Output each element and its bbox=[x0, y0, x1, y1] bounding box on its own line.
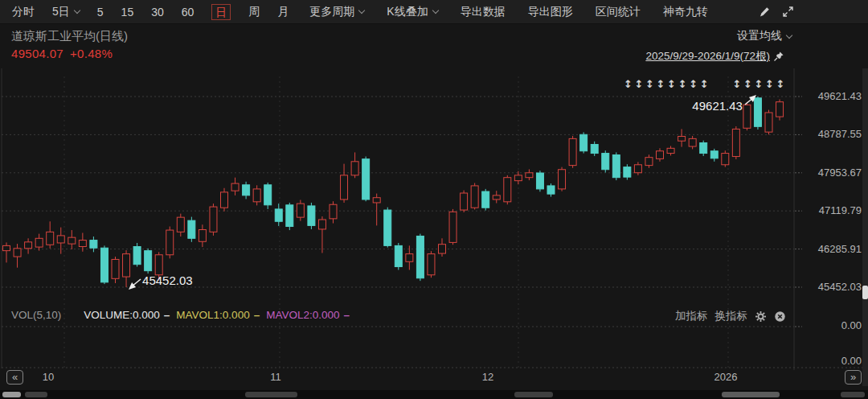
x-axis-label: 11 bbox=[250, 371, 301, 383]
svg-text:↕: ↕ bbox=[634, 78, 643, 90]
price-change-percent: +0.48% bbox=[70, 47, 113, 60]
period-15[interactable]: 15 bbox=[121, 6, 134, 19]
chevron-down-icon bbox=[786, 31, 792, 38]
period-月[interactable]: 月 bbox=[277, 5, 289, 19]
svg-text:↕: ↕ bbox=[743, 78, 752, 90]
svg-text:↕: ↕ bbox=[754, 78, 763, 90]
series-dash-marker: – bbox=[343, 309, 350, 321]
volume-y-axis-label: 0.00 bbox=[797, 319, 862, 331]
scroll-left-button[interactable]: « bbox=[6, 370, 23, 385]
menu-导出图形[interactable]: 导出图形 bbox=[528, 5, 573, 19]
period-日[interactable]: 日 bbox=[211, 4, 231, 20]
svg-text:↕: ↕ bbox=[776, 78, 785, 90]
y-axis-label: 46285.91 bbox=[797, 243, 862, 255]
volume-series-label: MAVOL2:0.000 bbox=[266, 309, 339, 321]
scrollbar-segment[interactable] bbox=[841, 392, 865, 397]
toolbar-menus: 更多周期K线叠加导出数据导出图形区间统计神奇九转 bbox=[309, 5, 707, 19]
chevron-down-icon bbox=[358, 7, 365, 14]
svg-text:↕: ↕ bbox=[678, 78, 687, 90]
volume-series-values: VOLUME:0.000–MAVOL1:0.000–MAVOL2:0.000– bbox=[77, 309, 350, 321]
x-axis-label: 12 bbox=[462, 371, 514, 383]
menu-K线叠加[interactable]: K线叠加 bbox=[387, 5, 437, 19]
menu-神奇九转[interactable]: 神奇九转 bbox=[663, 5, 708, 19]
menu-区间统计[interactable]: 区间统计 bbox=[596, 5, 641, 19]
vertical-scrollbar[interactable] bbox=[862, 68, 868, 386]
vertical-scrollbar-thumb[interactable] bbox=[862, 286, 868, 299]
svg-text:↕: ↕ bbox=[765, 78, 774, 90]
ma-settings-button[interactable]: 设置均线 bbox=[737, 29, 792, 43]
svg-text:↕: ↕ bbox=[700, 78, 709, 90]
svg-text:↕: ↕ bbox=[657, 78, 665, 90]
close-panel-icon[interactable] bbox=[774, 311, 786, 323]
volume-series-label: VOLUME:0.000 bbox=[84, 309, 160, 321]
ma-settings-label: 设置均线 bbox=[737, 29, 782, 43]
fullscreen-icon[interactable] bbox=[782, 6, 794, 18]
last-price-row: 49504.07+0.48% bbox=[11, 47, 119, 60]
scroll-right-button[interactable]: » bbox=[845, 370, 862, 385]
chevron-down-icon bbox=[432, 7, 438, 14]
svg-text:↕: ↕ bbox=[667, 78, 676, 90]
period-5日[interactable]: 5日 bbox=[52, 5, 80, 19]
date-range-text: 2025/9/29-2026/1/9(72根) bbox=[645, 49, 770, 64]
scrollbar-segment[interactable] bbox=[25, 392, 47, 397]
series-dash-marker: – bbox=[164, 309, 170, 321]
svg-text:45452.03: 45452.03 bbox=[142, 274, 193, 287]
scrollbar-segment[interactable] bbox=[245, 392, 297, 397]
scrollbar-segment[interactable] bbox=[514, 392, 553, 397]
svg-text:↕: ↕ bbox=[645, 78, 654, 90]
menu-更多周期[interactable]: 更多周期 bbox=[309, 5, 364, 19]
menu-导出数据[interactable]: 导出数据 bbox=[461, 5, 506, 19]
y-axis-label: 49621.43 bbox=[797, 90, 862, 102]
date-range-link[interactable]: 2025/9/29-2026/1/9(72根) bbox=[645, 49, 784, 64]
period-周[interactable]: 周 bbox=[248, 5, 260, 19]
volume-panel-controls: 加指标 换指标 bbox=[675, 309, 786, 323]
top-toolbar: 分时5日5153060日周月 更多周期K线叠加导出数据导出图形区间统计神奇九转 bbox=[0, 0, 868, 24]
period-tabs: 分时5日5153060日周月 bbox=[12, 4, 289, 20]
x-axis-label: 2026 bbox=[700, 371, 751, 383]
period-5[interactable]: 5 bbox=[97, 6, 104, 19]
period-60[interactable]: 60 bbox=[182, 6, 194, 19]
instrument-title: 道琼斯工业平均(日线) bbox=[11, 29, 128, 44]
volume-series-label: MAVOL1:0.000 bbox=[176, 309, 249, 321]
y-axis-label: 47119.79 bbox=[797, 204, 862, 216]
last-price: 49504.07 bbox=[11, 47, 63, 60]
gear-icon[interactable] bbox=[755, 311, 767, 323]
period-分时[interactable]: 分时 bbox=[12, 5, 35, 19]
volume-y-axis-label: 0.00 bbox=[797, 355, 862, 367]
svg-text:↕: ↕ bbox=[689, 78, 698, 90]
chevron-down-icon bbox=[74, 7, 80, 14]
period-30[interactable]: 30 bbox=[151, 6, 164, 19]
svg-text:↕: ↕ bbox=[624, 78, 633, 90]
svg-text:↕: ↕ bbox=[732, 78, 741, 90]
horizontal-scrollbar[interactable] bbox=[0, 390, 868, 399]
draw-pen-icon[interactable] bbox=[759, 6, 771, 18]
volume-indicator-name: VOL(5,10) bbox=[11, 309, 61, 321]
add-indicator-button[interactable]: 加指标 bbox=[675, 309, 708, 323]
svg-text:49621.43: 49621.43 bbox=[692, 99, 743, 113]
scrollbar-segment[interactable] bbox=[722, 392, 780, 397]
y-axis-label: 45452.03 bbox=[797, 281, 862, 293]
volume-panel-header: VOL(5,10) VOLUME:0.000–MAVOL1:0.000–MAVO… bbox=[11, 309, 350, 321]
series-dash-marker: – bbox=[254, 309, 260, 321]
scrollbar-segment[interactable] bbox=[2, 392, 21, 397]
pin-icon bbox=[773, 51, 784, 62]
x-axis-label: 10 bbox=[23, 371, 74, 383]
y-axis-label: 47953.67 bbox=[797, 167, 862, 179]
y-axis-label: 48787.55 bbox=[797, 128, 862, 140]
switch-indicator-button[interactable]: 换指标 bbox=[715, 309, 748, 323]
